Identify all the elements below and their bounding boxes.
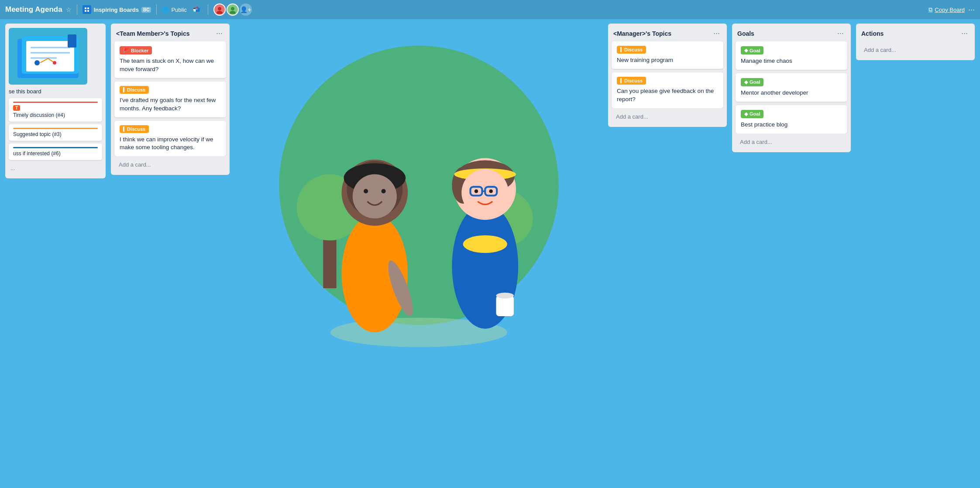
sidebar-card-text-1: Timely discussion (#4) (13, 112, 98, 118)
list-menu-actions[interactable]: ··· (959, 28, 970, 39)
list-title-goals: Goals (737, 30, 754, 37)
workspace-badge: BC (141, 7, 151, 13)
list-menu-team-member[interactable]: ··· (214, 28, 224, 39)
svg-point-6 (231, 7, 234, 10)
svg-rect-18 (68, 34, 76, 48)
list-actions: Actions ··· Add a card... (856, 24, 975, 60)
card-training[interactable]: Discuss New training program (612, 41, 723, 69)
svg-point-17 (53, 61, 56, 65)
avatar-2[interactable] (227, 3, 239, 16)
header: Meeting Agenda ☆ Inspiring Boards BC 🌐 P… (0, 0, 980, 19)
card-goal-mentor[interactable]: ◆ Goal Mentor another developer (736, 73, 847, 102)
card-label-discuss-4: Discuss (617, 77, 646, 85)
card-bar-orange (13, 128, 98, 129)
card-discuss-goals[interactable]: Discuss I've drafted my goals for the ne… (114, 82, 226, 117)
notifications-button[interactable]: 📬 (190, 3, 203, 16)
workspace-link[interactable]: Inspiring Boards BC (83, 5, 151, 14)
goal-icon-1: ◆ (744, 48, 748, 53)
header-right-actions: ⧉ Copy Board ··· (928, 5, 975, 14)
board-members: 👤+ (213, 3, 252, 16)
header-separator-3 (208, 4, 208, 15)
svg-point-31 (382, 189, 386, 193)
card-label-blocker: 🚩 Blocker (120, 46, 152, 55)
svg-point-4 (218, 7, 221, 10)
workspace-icon (83, 5, 91, 14)
goal-icon-3: ◆ (744, 111, 748, 117)
svg-point-43 (489, 189, 493, 193)
sidebar-card-text-3: uss if interested (#6) (13, 150, 98, 157)
card-text-goal-2: Mentor another developer (741, 89, 842, 97)
card-goal-time[interactable]: ◆ Goal Manage time chaos (736, 41, 847, 70)
list-goals: Goals ··· ◆ Goal Manage time chaos ◆ Goa… (732, 24, 851, 152)
header-separator (77, 4, 77, 15)
card-goal-blog[interactable]: ◆ Goal Best practice blog (736, 105, 847, 133)
list-cards-team-member: 🚩 Blocker The team is stuck on X, how ca… (111, 41, 230, 156)
board-title: Meeting Agenda (5, 5, 62, 14)
workspace-name: Inspiring Boards (94, 7, 139, 13)
list-header-manager: <Manager>'s Topics ··· (608, 24, 727, 41)
svg-point-46 (463, 235, 507, 253)
card-label-goal-1: ◆ Goal (741, 46, 763, 55)
card-feedback[interactable]: Discuss Can you please give feedback on … (612, 72, 723, 108)
illustration-area (235, 24, 603, 356)
svg-point-5 (217, 11, 223, 14)
card-label-goal-2: ◆ Goal (741, 78, 763, 86)
card-discuss-velocity[interactable]: Discuss I think we can improve velocity … (114, 121, 226, 157)
visibility-button[interactable]: 🌐 Public (162, 7, 186, 13)
more-options-button[interactable]: ··· (968, 5, 975, 14)
list-title-team-member: <Team Member>'s Topics (116, 30, 190, 37)
card-text-feedback: Can you please give feedback on the repo… (617, 87, 718, 104)
svg-point-42 (475, 189, 478, 193)
avatar-1[interactable] (213, 3, 226, 16)
list-menu-manager[interactable]: ··· (712, 28, 722, 39)
card-tag: T (13, 105, 20, 111)
card-text-discuss-1: I've drafted my goals for the next few m… (120, 96, 221, 113)
add-card-actions[interactable]: Add a card... (860, 43, 971, 57)
discuss-icon-2 (123, 126, 124, 132)
goal-icon-2: ◆ (744, 79, 748, 85)
sidebar-card-text-2: Suggested topic (#3) (13, 131, 98, 137)
illustration-image (9, 28, 87, 85)
sidebar-use-text: se this board (9, 88, 102, 95)
card-text-goal-3: Best practice blog (741, 121, 842, 129)
card-blocker[interactable]: 🚩 Blocker The team is stuck on X, how ca… (114, 41, 226, 78)
sidebar-card-1[interactable]: T Timely discussion (#4) (9, 98, 102, 122)
list-header-actions: Actions ··· (856, 24, 975, 41)
card-text-goal-1: Manage time chaos (741, 57, 842, 65)
add-card-manager[interactable]: Add a card... (612, 110, 723, 123)
card-bar-red (13, 102, 98, 103)
sidebar-card-2[interactable]: Suggested topic (#3) (9, 124, 102, 141)
card-text-training: New training program (617, 56, 718, 65)
list-cards-manager: Discuss New training program Discuss Can… (608, 41, 727, 108)
svg-rect-10 (26, 41, 74, 72)
list-title-actions: Actions (861, 30, 884, 37)
star-icon[interactable]: ☆ (66, 6, 72, 13)
list-cards-goals: ◆ Goal Manage time chaos ◆ Goal Mentor a… (732, 41, 851, 133)
svg-rect-2 (85, 10, 86, 12)
sidebar-card-3[interactable]: uss if interested (#6) (9, 143, 102, 160)
svg-rect-3 (87, 10, 89, 12)
card-text-blocker: The team is stuck on X, how can we move … (120, 57, 221, 74)
add-card-goals[interactable]: Add a card... (736, 135, 847, 149)
add-card-team-member[interactable]: Add a card... (114, 158, 226, 171)
discuss-icon-1 (123, 87, 124, 92)
svg-point-45 (496, 293, 514, 298)
card-label-discuss-3: Discuss (617, 46, 646, 54)
sidebar-column: se this board T Timely discussion (#4) S… (5, 24, 106, 178)
list-menu-goals[interactable]: ··· (836, 28, 846, 39)
list-header-team-member: <Team Member>'s Topics ··· (111, 24, 230, 41)
card-label-discuss-2: Discuss (120, 125, 149, 133)
card-text-discuss-2: I think we can improve velocity if we ma… (120, 136, 221, 152)
list-title-manager: <Manager>'s Topics (613, 30, 671, 37)
svg-point-30 (364, 189, 368, 193)
svg-rect-1 (87, 7, 89, 9)
bell-icon: 📬 (193, 6, 200, 13)
visibility-label: Public (171, 7, 186, 13)
sidebar-add-placeholder[interactable]: ... (9, 163, 102, 174)
svg-rect-44 (496, 296, 514, 316)
board-content: se this board T Timely discussion (#4) S… (0, 19, 980, 488)
discuss-icon-4 (620, 78, 622, 83)
add-member-button[interactable]: 👤+ (240, 3, 252, 16)
copy-board-button[interactable]: ⧉ Copy Board (928, 6, 965, 13)
list-team-member: <Team Member>'s Topics ··· 🚩 Blocker The… (111, 24, 230, 175)
